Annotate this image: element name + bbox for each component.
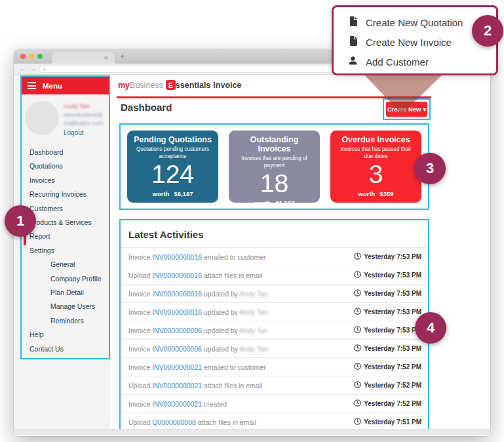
sidebar-item[interactable]: Contact Us <box>22 342 109 356</box>
activity-prefix: Upload <box>128 382 152 390</box>
clock-icon <box>354 418 361 426</box>
activity-reference-link[interactable]: INV0000000016 <box>152 271 202 279</box>
summary-cards-box: Pending Quotations Quotations pending cu… <box>119 123 429 210</box>
sidebar-item[interactable]: General <box>22 258 109 271</box>
brand-invoice: Invoice <box>213 81 241 90</box>
callout-badge-4: 4 <box>415 312 446 344</box>
activity-row: Invoice INV0000000006 updated by Andy Ta… <box>121 339 428 357</box>
activity-timestamp: Yesterday 7:53 PM <box>354 252 421 261</box>
card-worth: worth$6,187 <box>131 190 214 197</box>
popup-menu-item[interactable]: Add Customer <box>348 52 496 71</box>
sidebar-item[interactable]: Recurring Invoices <box>22 188 109 201</box>
activities-title: Latest Activities <box>121 220 428 247</box>
sidebar-item[interactable]: Plan Detail <box>22 286 109 300</box>
sidebar: Menu Andy Tan einvoicetest@ mailinator.c… <box>14 75 110 429</box>
back-icon[interactable]: ← <box>20 66 26 72</box>
activity-row: Invoice INV0000000016 updated by Andy Ta… <box>121 284 428 302</box>
menu-bar[interactable]: Menu <box>22 77 109 94</box>
window-close-button[interactable] <box>20 54 26 59</box>
activity-row: Invoice INV0000000021 emailed to custome… <box>121 357 428 376</box>
activity-suffix: attach files in email <box>198 418 256 426</box>
activity-reference-link[interactable]: INV0000000016 <box>152 253 202 261</box>
activity-suffix: emailed to customer <box>204 363 266 371</box>
user-icon <box>349 56 357 68</box>
sidebar-item[interactable]: Manage Users <box>22 300 109 313</box>
summary-card: Pending Quotations Quotations pending cu… <box>127 131 218 203</box>
activity-suffix: emailed to customer <box>204 253 266 261</box>
summary-card: Outstanding Invoices Invoices that are p… <box>229 131 320 203</box>
card-subtitle: Quotations pending customers acceptance <box>131 146 214 160</box>
sidebar-item[interactable]: Invoices <box>22 174 109 188</box>
callout-badge-1: 1 <box>5 205 36 237</box>
activity-reference-link[interactable]: INV0000000016 <box>152 290 202 298</box>
activity-reference-link[interactable]: INV0000000006 <box>152 327 202 334</box>
activity-suffix: updated by <box>204 345 238 353</box>
profile-name: Andy Tan <box>64 102 104 111</box>
browser-tab[interactable] <box>52 52 115 64</box>
callout-badge-3: 3 <box>414 153 446 184</box>
card-value: 124 <box>131 161 214 188</box>
file-icon <box>349 16 357 29</box>
reload-icon[interactable] <box>43 68 46 71</box>
activity-row: Invoice INV0000000016 emailed to custome… <box>121 247 428 266</box>
clock-icon <box>354 252 361 261</box>
sidebar-item[interactable]: Quotations <box>22 159 109 173</box>
activity-reference-link[interactable]: INV0000000021 <box>152 363 202 371</box>
new-tab-button[interactable]: + <box>120 51 125 62</box>
brand-business: Business <box>130 81 163 90</box>
activity-suffix: updated by <box>204 290 238 298</box>
avatar <box>25 101 59 135</box>
card-value: 3 <box>334 161 417 188</box>
sidebar-item[interactable]: Reminders <box>22 314 109 328</box>
card-worth: worth$359 <box>334 190 417 197</box>
activity-suffix: updated by <box>204 308 238 316</box>
clock-icon <box>354 326 361 334</box>
activity-timestamp: Yesterday 7:53 PM <box>354 308 421 316</box>
sidebar-nav: DashboardQuotationsInvoicesRecurring Inv… <box>22 142 109 356</box>
card-title: Outstanding Invoices <box>233 135 316 153</box>
sidebar-item[interactable]: Company Profile <box>22 272 109 286</box>
activities-list: Invoice INV0000000016 emailed to custome… <box>121 247 428 429</box>
sidebar-item[interactable]: Settings <box>22 244 109 258</box>
page-title: Dashboard <box>121 102 172 113</box>
activity-timestamp: Yesterday 7:52 PM <box>354 381 421 390</box>
sidebar-item[interactable]: Report <box>22 230 109 243</box>
activity-reference-link[interactable]: INV0000000021 <box>152 382 202 390</box>
app-logo: myBusinessEssentialsInvoice <box>118 80 241 90</box>
tab-favicon-icon <box>104 56 108 60</box>
card-title: Overdue Invoices <box>334 135 417 144</box>
logout-link[interactable]: Logout <box>64 129 104 138</box>
card-subtitle: Invoices that has passed their due dates <box>334 146 417 160</box>
activity-prefix: Invoice <box>128 308 152 316</box>
summary-card: Overdue Invoices Invoices that has passe… <box>330 131 421 203</box>
window-minimize-button[interactable] <box>29 54 34 59</box>
window-zoom-button[interactable] <box>37 54 43 59</box>
activity-timestamp: Yesterday 7:53 PM <box>354 326 421 334</box>
forward-icon[interactable]: → <box>29 66 36 72</box>
sidebar-item[interactable]: Dashboard <box>22 146 109 159</box>
hamburger-icon[interactable] <box>28 82 36 89</box>
card-title: Pending Quotations <box>131 135 214 144</box>
sidebar-item[interactable]: Help <box>22 328 109 342</box>
activity-reference-link[interactable]: Q0000000008 <box>152 418 196 426</box>
clock-icon <box>354 399 361 408</box>
clock-icon <box>354 381 361 390</box>
sidebar-item[interactable]: Customers <box>22 202 109 216</box>
activity-row: Invoice INV0000000006 updated by Andy Ta… <box>121 321 428 339</box>
activity-prefix: Invoice <box>128 345 152 353</box>
activity-reference-link[interactable]: INV0000000006 <box>152 345 202 353</box>
card-value: 18 <box>233 171 316 197</box>
brand-ssentials: ssentials <box>176 81 211 90</box>
activity-suffix: attach files in email <box>204 382 262 390</box>
activity-reference-link[interactable]: INV0000000016 <box>152 308 202 316</box>
latest-activities-box: Latest Activities Invoice INV0000000016 … <box>119 219 429 429</box>
clock-icon <box>354 308 361 316</box>
window-footer <box>14 429 490 435</box>
activity-reference-link[interactable]: INV0000000021 <box>152 400 202 408</box>
screenshot-stage: + ← → Menu Andy Tan <box>0 0 504 442</box>
popup-menu-item-label: Create New Quotation <box>366 17 463 28</box>
caret-down-icon: ▾ <box>423 106 426 113</box>
activity-prefix: Invoice <box>128 327 152 334</box>
activity-prefix: Upload <box>128 271 152 279</box>
activity-prefix: Invoice <box>128 253 152 261</box>
